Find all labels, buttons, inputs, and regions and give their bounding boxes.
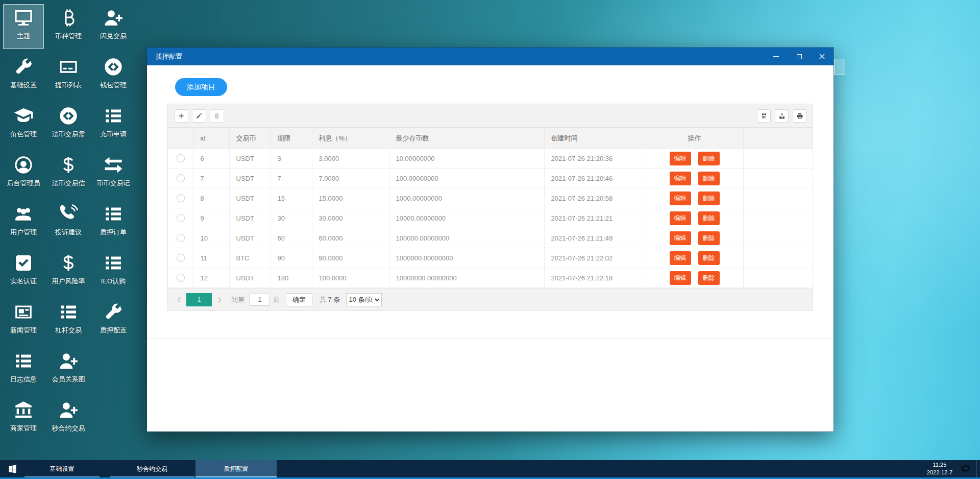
- row-radio[interactable]: [177, 194, 185, 202]
- chevron-left-icon: [177, 296, 181, 303]
- add-project-button[interactable]: 添加项目: [175, 78, 227, 96]
- maximize-icon: [797, 54, 802, 59]
- confirm-page-button[interactable]: 确定: [286, 293, 312, 306]
- show-desktop-button[interactable]: [976, 460, 980, 477]
- prev-page-button[interactable]: [175, 296, 182, 303]
- row-radio[interactable]: [177, 234, 185, 242]
- created-cell: 2021-07-26 21:22:18: [544, 268, 646, 288]
- action-center-button[interactable]: [961, 464, 971, 474]
- period-cell: 15: [271, 188, 312, 208]
- minimize-button[interactable]: [765, 47, 788, 65]
- taskbar-clock[interactable]: 11:25 2022-12-7: [927, 461, 952, 476]
- taskbar-item[interactable]: 质押配置: [195, 460, 277, 477]
- taskbar-item[interactable]: 秒合约交易: [110, 460, 194, 477]
- desktop-item[interactable]: 实名认证: [3, 249, 44, 294]
- coin-cell: USDT: [229, 228, 271, 248]
- page-unit-label: 页: [273, 295, 280, 304]
- desktop-item[interactable]: 闪兑交易: [93, 4, 134, 49]
- period-cell: 7: [271, 169, 312, 188]
- desktop-item[interactable]: 质押配置: [93, 298, 134, 343]
- delete-row-button[interactable]: 删除: [698, 231, 720, 245]
- desktop-item[interactable]: 法币交易信: [48, 151, 89, 196]
- row-radio[interactable]: [177, 214, 185, 222]
- delete-row-button[interactable]: 删除: [698, 191, 720, 205]
- desktop-item[interactable]: 质押订单: [93, 200, 134, 245]
- desktop-item[interactable]: 新闻管理: [3, 298, 44, 343]
- edit-row-button[interactable]: 编辑: [670, 191, 691, 205]
- delete-row-button[interactable]: 删除: [698, 152, 720, 165]
- start-button[interactable]: [0, 460, 24, 477]
- row-radio[interactable]: [177, 174, 185, 182]
- page-number-input[interactable]: [250, 294, 270, 306]
- window-title: 质押配置: [156, 52, 182, 61]
- table-row[interactable]: 8USDT1515.00001000.000000002021-07-26 21…: [168, 188, 813, 208]
- desktop-item[interactable]: 会员关系图: [48, 347, 89, 392]
- table-row[interactable]: 10USDT6060.0000100000.000000002021-07-26…: [168, 228, 813, 248]
- printer-button[interactable]: [793, 109, 806, 123]
- goto-page-label: 到第: [231, 295, 244, 304]
- desktop-item[interactable]: 充币申请: [93, 102, 134, 147]
- desktop-item[interactable]: 后台管理员: [3, 151, 44, 196]
- edit-row-button[interactable]: 编辑: [670, 172, 691, 185]
- window-titlebar[interactable]: 质押配置: [147, 47, 834, 65]
- dollar-icon: [58, 253, 79, 273]
- desktop-item[interactable]: 钱包管理: [93, 53, 134, 98]
- list-icon: [103, 253, 124, 273]
- columns-button[interactable]: [757, 109, 771, 123]
- delete-row-button[interactable]: 删除: [698, 172, 720, 185]
- grad-cap-icon: [13, 106, 34, 126]
- delete-row-button[interactable]: 删除: [698, 271, 720, 285]
- row-radio[interactable]: [177, 154, 185, 162]
- table-row[interactable]: 9USDT3030.000010000.000000002021-07-26 2…: [168, 208, 813, 228]
- desktop-item[interactable]: IEO认购: [93, 249, 134, 294]
- table-row[interactable]: 11BTC9090.00001000000.000000002021-07-26…: [168, 248, 813, 268]
- desktop-item[interactable]: 主题: [3, 4, 44, 49]
- desktop-item[interactable]: 基础设置: [3, 53, 44, 98]
- table-row[interactable]: 6USDT33.000010.000000002021-07-26 21:20:…: [168, 149, 813, 169]
- page-size-select[interactable]: 10 条/页: [346, 293, 382, 306]
- trash-button[interactable]: [210, 109, 224, 123]
- desktop-item-label: 质押配置: [93, 326, 133, 335]
- min_deposit-cell: 100.00000000: [389, 169, 544, 188]
- edit-row-button[interactable]: 编辑: [670, 211, 691, 225]
- plus-button[interactable]: [174, 109, 188, 123]
- edit-row-button[interactable]: 编辑: [670, 152, 691, 165]
- desktop-item[interactable]: 日志信息: [3, 347, 44, 392]
- desktop-item[interactable]: 用户管理: [3, 200, 44, 245]
- next-page-button[interactable]: [216, 296, 223, 303]
- current-page-button[interactable]: 1: [186, 293, 212, 306]
- desktop-item[interactable]: 币币交易记: [93, 151, 134, 196]
- delete-row-button[interactable]: 删除: [698, 251, 720, 265]
- export-button[interactable]: [775, 109, 789, 123]
- table-row[interactable]: 12USDT180100.000010000000.000000002021-0…: [168, 268, 813, 288]
- toolbar-right-group: [753, 109, 806, 123]
- interest-cell: 30.0000: [312, 208, 389, 228]
- edit-row-button[interactable]: 编辑: [670, 231, 691, 245]
- pencil-button[interactable]: [192, 109, 206, 123]
- desktop-item[interactable]: 秒合约交易: [48, 396, 89, 441]
- background-window-edge[interactable]: [834, 59, 845, 75]
- desktop-item[interactable]: 用户风险率: [48, 249, 89, 294]
- edit-row-button[interactable]: 编辑: [670, 271, 691, 285]
- desktop-item[interactable]: 杠杆交易: [48, 298, 89, 343]
- desktop-item[interactable]: 法币交易需: [48, 102, 89, 147]
- desktop-item[interactable]: 币种管理: [48, 4, 89, 49]
- taskbar-item[interactable]: 基础设置: [24, 460, 100, 477]
- spacer-cell: [743, 188, 813, 208]
- check-square-icon: [13, 253, 34, 273]
- desktop-item[interactable]: 角色管理: [3, 102, 44, 147]
- pencil-icon: [195, 112, 203, 119]
- row-radio[interactable]: [177, 274, 185, 282]
- desktop-item[interactable]: 投诉建议: [48, 200, 89, 245]
- swap-icon: [103, 155, 124, 175]
- edit-row-button[interactable]: 编辑: [670, 251, 691, 265]
- table-row[interactable]: 7USDT77.0000100.000000002021-07-26 21:20…: [168, 169, 813, 188]
- spacer-cell: [743, 169, 813, 188]
- close-button[interactable]: [811, 47, 834, 65]
- delete-row-button[interactable]: 删除: [698, 211, 720, 225]
- minimize-icon: [773, 56, 779, 57]
- maximize-button[interactable]: [788, 47, 811, 65]
- desktop-item[interactable]: 提币列表: [48, 53, 89, 98]
- row-radio[interactable]: [177, 254, 185, 262]
- desktop-item[interactable]: 商家管理: [3, 396, 44, 441]
